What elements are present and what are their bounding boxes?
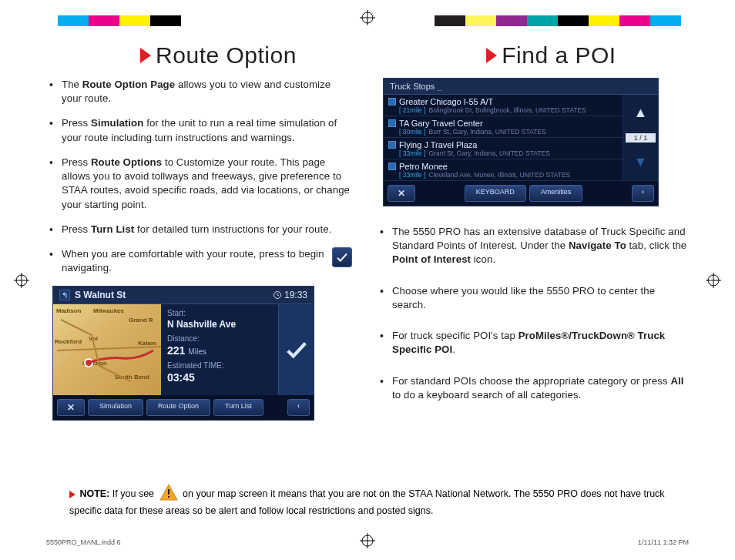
warning-triangle-icon [159, 484, 178, 505]
bullet-standard-poi: For standard POIs choose the appropriate… [392, 374, 689, 402]
registration-mark-left [14, 273, 29, 288]
poi-icon [388, 163, 396, 170]
heading-route-option: Route Option [85, 42, 352, 69]
scroll-up-button[interactable]: ▲ [623, 95, 658, 132]
triangle-icon [486, 48, 497, 63]
bullet-poi-db: The 5550 PRO has an extensive database o… [392, 225, 689, 267]
color-bar-left [58, 15, 181, 26]
scroll-down-button[interactable]: ▼ [623, 144, 658, 181]
street-name: S Walnut St [75, 290, 126, 300]
bullet-truck-poi: For truck specific POI's tap ProMiles®/T… [392, 329, 689, 357]
back-button[interactable]: ‹ [287, 399, 310, 416]
registration-mark-right [706, 273, 721, 288]
poi-list-screenshot: Truck Stops _ Greater Chicago I-55 A/T [… [383, 78, 659, 206]
turn-list-button[interactable]: Turn List [213, 399, 263, 416]
poi-rows: Greater Chicago I-55 A/T [ 21mile ]Bolin… [384, 95, 623, 181]
page-footer: 5550PRO_MANL.indd 6 1/11/11 1:32 PM [46, 538, 689, 546]
back-button[interactable]: ‹ [632, 185, 654, 202]
route-option-button[interactable]: Route Option [146, 399, 210, 416]
footer-file: 5550PRO_MANL.indd 6 [46, 538, 121, 546]
close-button[interactable]: ✕ [57, 399, 85, 416]
clock-icon [273, 290, 282, 300]
poi-icon [388, 141, 396, 149]
eta-value: 03:45 [167, 371, 272, 384]
poi-icon [388, 119, 396, 127]
clock-display: 19:33 [273, 290, 307, 300]
registration-mark-top [360, 10, 375, 25]
bullet-turn-list: Press Turn List for detailed turn instru… [62, 223, 352, 236]
heading-find-poi: Find a POI [414, 42, 689, 69]
page-indicator: 1 / 1 [626, 133, 656, 143]
distance-value: 221 [167, 344, 185, 357]
map-info-panel: Start: N Nashville Ave Distance: 221Mile… [161, 304, 278, 395]
footer-timestamp: 1/11/11 1:32 PM [638, 538, 689, 546]
confirm-check-icon[interactable] [284, 337, 310, 363]
bullet-center-search: Choose where you would like the 5550 PRO… [392, 284, 689, 312]
turn-arrow-icon: ↰ [59, 290, 70, 300]
route-line [53, 304, 161, 395]
triangle-icon [140, 48, 151, 63]
map-screenshot: ↰ S Walnut St 19:33 Madison Milwaukee Ro… [52, 286, 314, 421]
route-option-bullets: The Route Option Page allows you to view… [46, 78, 352, 275]
color-bar-right [435, 15, 681, 26]
map-canvas: Madison Milwaukee Rockford Chicago Grand… [53, 304, 161, 395]
check-icon [332, 247, 352, 267]
list-item[interactable]: Greater Chicago I-55 A/T [ 21mile ]Bolin… [384, 95, 623, 116]
list-item[interactable]: Petro Monee [ 33mile ]Cleveland Ave, Mon… [384, 159, 623, 181]
bullet-route-page: The Route Option Page allows you to view… [62, 78, 352, 106]
poi-icon [388, 98, 396, 106]
amenities-button[interactable]: Amenities [529, 185, 583, 202]
svg-rect-17 [168, 496, 169, 498]
list-item[interactable]: Flying J Travel Plaza [ 33mile ]Grant St… [384, 138, 623, 159]
keyboard-button[interactable]: KEYBOARD [465, 185, 526, 202]
list-title: Truck Stops _ [384, 79, 658, 95]
simulation-button[interactable]: Simulation [88, 399, 143, 416]
svg-line-14 [277, 295, 279, 296]
bullet-route-options: Press Route Options to Customize your ro… [62, 156, 352, 212]
poi-bullets: The 5550 PRO has an extensive database o… [383, 225, 689, 402]
bullet-begin-nav: When you are comfortable with your route… [62, 247, 352, 275]
svg-rect-16 [168, 489, 169, 495]
list-item[interactable]: TA Gary Travel Center [ 30mile ]Burr St,… [384, 116, 623, 138]
note-block: NOTE: If you see on your map screen it m… [69, 484, 681, 518]
close-button[interactable]: ✕ [388, 185, 415, 202]
start-value: N Nashville Ave [167, 319, 272, 330]
triangle-icon [69, 491, 76, 498]
bullet-simulation: Press Simulation for the unit to run a r… [62, 116, 352, 144]
